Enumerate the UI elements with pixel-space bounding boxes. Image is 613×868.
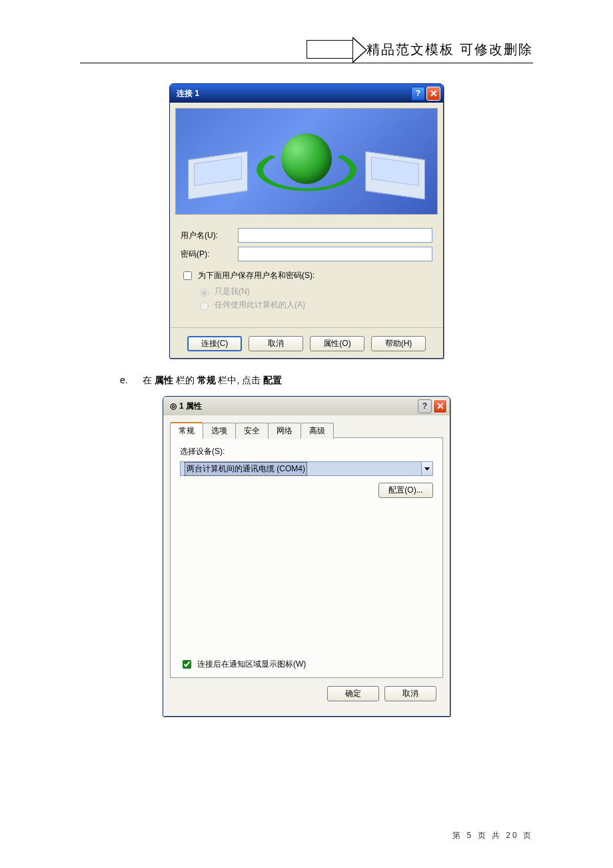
step-marker: e.	[120, 375, 140, 385]
tab-strip: 常规 选项 安全 网络 高级	[170, 422, 443, 438]
tab-options[interactable]: 选项	[203, 423, 236, 439]
save-credentials-label: 为下面用户保存用户名和密码(S):	[198, 270, 314, 281]
page-number: 第 5 页 共 20 页	[452, 830, 533, 841]
tab-panel-general: 选择设备(S): 两台计算机间的通讯电缆 (COM4) 配置(O)... 连接后…	[170, 438, 443, 678]
radio-anyone-label: 任何使用此计算机的人(A)	[215, 299, 305, 311]
connect-dialog: 连接 1 ? ✕ 用户名(U): 密码(P): 为下面用户保存用户名和密码(S)…	[169, 83, 444, 359]
globe-icon	[281, 133, 332, 184]
radio-anyone	[200, 302, 209, 311]
password-label: 密码(P):	[181, 249, 238, 260]
close-icon[interactable]: ✕	[426, 87, 440, 101]
doc-header-title: 精品范文模板 可修改删除	[366, 41, 533, 59]
doc-header: 精品范文模板 可修改删除	[80, 40, 533, 63]
step-instruction: e. 在 属性 栏的 常规 栏中, 点击 配置	[120, 375, 533, 387]
step-bold-configure: 配置	[263, 375, 282, 385]
step-text: 栏中, 点击	[218, 375, 261, 385]
username-input[interactable]	[238, 228, 432, 243]
radio-only-me-label: 只是我(N)	[215, 286, 250, 297]
step-bold-properties: 属性	[155, 375, 173, 385]
close-icon[interactable]: ✕	[433, 399, 447, 413]
device-combobox-value: 两台计算机间的通讯电缆 (COM4)	[185, 462, 307, 476]
properties-dialog-titlebar[interactable]: ◎ 1 属性 ? ✕	[163, 397, 450, 415]
cancel-button[interactable]: 取消	[249, 336, 303, 351]
tab-security[interactable]: 安全	[235, 423, 269, 439]
cancel-button[interactable]: 取消	[384, 686, 436, 701]
connect-banner-image	[175, 108, 438, 215]
tab-general[interactable]: 常规	[170, 422, 203, 439]
save-credentials-checkbox[interactable]	[183, 271, 192, 280]
step-text: 在	[143, 375, 155, 385]
select-device-label: 选择设备(S):	[180, 446, 433, 457]
connect-dialog-titlebar[interactable]: 连接 1 ? ✕	[170, 84, 443, 103]
show-tray-icon-label: 连接后在通知区域显示图标(W)	[197, 659, 306, 670]
help-icon[interactable]: ?	[418, 399, 432, 413]
properties-button[interactable]: 属性(O)	[310, 336, 364, 351]
tab-advanced[interactable]: 高级	[301, 423, 334, 439]
ok-button[interactable]: 确定	[327, 686, 379, 701]
show-tray-icon-checkbox[interactable]	[183, 660, 191, 669]
step-text: 栏的	[176, 375, 195, 385]
configure-button[interactable]: 配置(O)...	[378, 483, 433, 498]
connect-button[interactable]: 连接(C)	[187, 336, 242, 351]
connect-dialog-title: 连接 1	[177, 88, 410, 99]
password-input[interactable]	[238, 247, 432, 261]
window-icon: ◎	[170, 401, 177, 411]
arrow-right-icon	[306, 40, 353, 59]
username-label: 用户名(U):	[181, 230, 238, 241]
properties-dialog-title: 1 属性	[179, 401, 416, 412]
svg-marker-0	[424, 467, 430, 471]
radio-only-me	[200, 289, 209, 297]
device-combobox[interactable]: 两台计算机间的通讯电缆 (COM4)	[180, 461, 433, 476]
tab-network[interactable]: 网络	[268, 423, 301, 439]
chevron-down-icon[interactable]	[421, 461, 433, 476]
step-bold-general: 常规	[197, 375, 216, 385]
help-button[interactable]: 帮助(H)	[371, 336, 426, 351]
help-icon[interactable]: ?	[411, 87, 425, 101]
properties-dialog: ◎ 1 属性 ? ✕ 常规 选项 安全 网络 高级 选择设备(S): 两台计算机…	[163, 396, 450, 717]
